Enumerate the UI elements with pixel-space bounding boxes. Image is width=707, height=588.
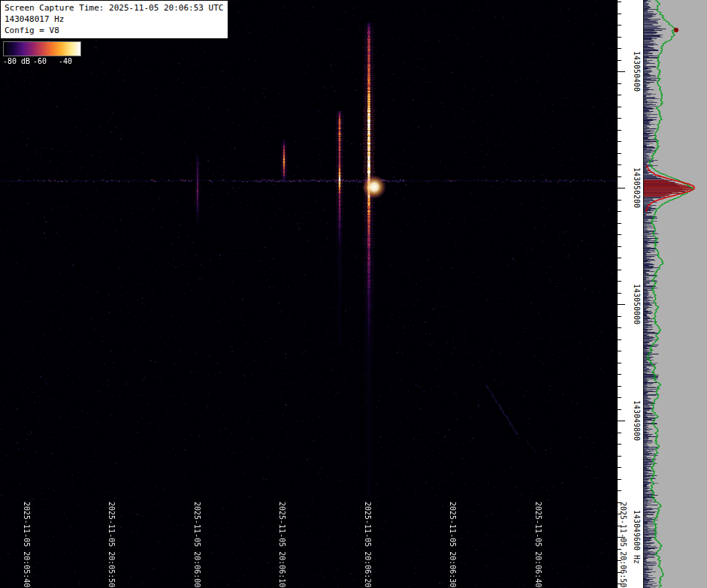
frequency-minor-tick (618, 270, 621, 270)
frequency-minor-tick (618, 83, 621, 84)
frequency-minor-tick (618, 397, 621, 398)
frequency-minor-tick (618, 130, 621, 131)
frequency-minor-tick (618, 293, 621, 294)
frequency-axis-ruler: 1430504001430502001430500001430498001430… (617, 0, 644, 588)
frequency-minor-tick (618, 281, 621, 282)
frequency-minor-tick (618, 456, 621, 457)
frequency-minor-tick (618, 2, 621, 2)
time-tick-label: 2025-11-05 20:06:20 (363, 502, 372, 587)
frequency-minor-tick (618, 339, 621, 340)
frequency-minor-tick (618, 211, 621, 212)
frequency-minor-tick (618, 200, 621, 201)
capture-info-box: Screen Capture Time: 2025-11-05 20:06:53… (0, 0, 228, 39)
time-tick-label: 2025-11-05 20:06:40 (533, 502, 542, 587)
waterfall-spectrogram-canvas (0, 0, 617, 588)
frequency-minor-tick (618, 386, 621, 387)
frequency-minor-tick (618, 351, 621, 351)
frequency-minor-tick (618, 37, 621, 38)
frequency-minor-tick (618, 363, 621, 363)
frequency-minor-tick (618, 95, 621, 95)
color-scale-legend: -80 dB -60 -40 (3, 41, 83, 66)
frequency-minor-tick (618, 60, 621, 61)
frequency-tick-label: 143050200 (632, 167, 641, 208)
frequency-minor-tick (618, 223, 621, 224)
frequency-minor-tick (618, 141, 621, 142)
frequency-tick-label: 143049800 (632, 400, 641, 441)
frequency-tick-label: 143050000 (632, 284, 641, 324)
time-tick-label: 2025-11-05 20:05:40 (22, 502, 31, 587)
center-frequency-text: 143048017 Hz (5, 14, 223, 25)
config-text: Config = V8 (5, 25, 223, 36)
db-gradient-bar (3, 41, 81, 56)
db-label-max: -40 (59, 57, 72, 65)
frequency-minor-tick (618, 48, 621, 49)
frequency-major-tick (618, 71, 625, 72)
frequency-minor-tick (618, 327, 621, 328)
frequency-minor-tick (618, 107, 621, 107)
capture-time-text: Screen Capture Time: 2025-11-05 20:06:53… (5, 2, 223, 14)
frequency-minor-tick (618, 118, 621, 119)
frequency-minor-tick (618, 467, 621, 468)
frequency-minor-tick (618, 164, 621, 165)
frequency-minor-tick (618, 234, 621, 235)
db-label-min: -80 dB (3, 57, 30, 65)
frequency-minor-tick (618, 316, 621, 317)
frequency-minor-tick (618, 176, 621, 177)
frequency-minor-tick (618, 25, 621, 26)
time-tick-label: 2025-11-05 20:06:30 (448, 502, 457, 587)
frequency-tick-label: 143049600 Hz (632, 510, 641, 564)
frequency-minor-tick (618, 479, 621, 480)
frequency-minor-tick (618, 258, 621, 258)
frequency-minor-tick (618, 433, 621, 433)
time-tick-label: 2025-11-05 20:06:50 (618, 502, 627, 587)
frequency-minor-tick (618, 14, 621, 14)
frequency-major-tick (618, 188, 625, 188)
db-scale-labels: -80 dB -60 -40 (3, 56, 83, 66)
spectrogram-screen: 1430504001430502001430500001430498001430… (0, 0, 707, 588)
frequency-minor-tick (618, 444, 621, 445)
time-tick-label: 2025-11-05 20:06:10 (277, 502, 286, 587)
live-spectrum-panel (644, 0, 707, 588)
frequency-minor-tick (618, 490, 621, 491)
frequency-major-tick (618, 421, 625, 421)
frequency-minor-tick (618, 374, 621, 375)
frequency-minor-tick (618, 246, 621, 247)
time-tick-label: 2025-11-05 20:05:50 (107, 502, 116, 587)
frequency-major-tick (618, 304, 625, 305)
frequency-tick-label: 143050400 (632, 51, 641, 92)
db-label-mid: -60 (33, 57, 47, 65)
frequency-minor-tick (618, 409, 621, 410)
frequency-minor-tick (618, 153, 621, 154)
time-tick-label: 2025-11-05 20:06:00 (192, 502, 201, 587)
